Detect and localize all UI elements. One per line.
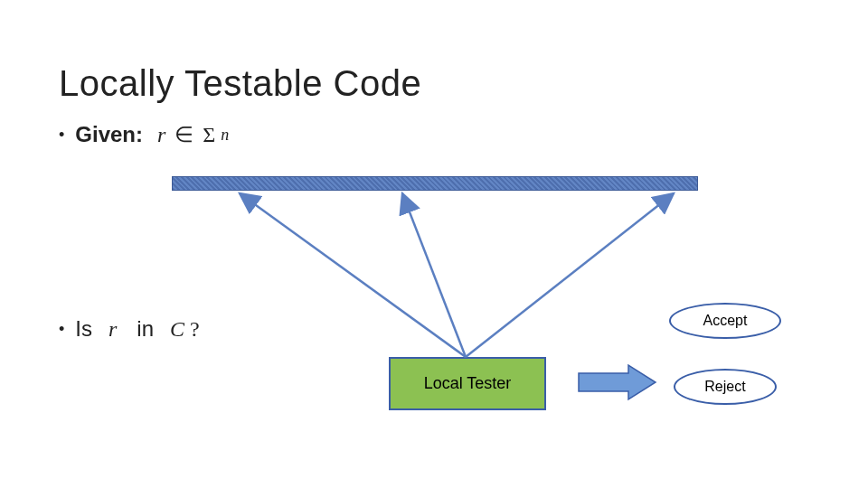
question-line: • Is r in C?	[59, 316, 200, 342]
accept-ellipse: Accept	[669, 303, 781, 339]
given-r: r	[157, 123, 165, 147]
query-arrow-3	[466, 193, 674, 357]
question-prefix: Is	[75, 316, 92, 342]
query-arrow-2	[402, 193, 466, 357]
given-sup: n	[221, 126, 229, 145]
accept-label: Accept	[703, 313, 748, 329]
given-label: Given:	[75, 122, 143, 147]
given-sigma: Σ	[203, 123, 215, 147]
question-q: ?	[190, 317, 200, 342]
local-tester-box: Local Tester	[389, 357, 546, 410]
question-C: C	[170, 317, 184, 342]
output-arrow-icon	[579, 365, 656, 399]
bullet-icon: •	[59, 321, 64, 337]
question-r: r	[108, 317, 117, 342]
question-mid: in	[137, 316, 154, 342]
given-in: ∈	[175, 122, 193, 147]
query-arrow-1	[240, 193, 466, 357]
input-tape	[172, 176, 698, 191]
local-tester-label: Local Tester	[424, 374, 512, 393]
bullet-icon: •	[59, 127, 64, 143]
reject-ellipse: Reject	[674, 369, 777, 405]
reject-label: Reject	[704, 379, 745, 395]
slide-title: Locally Testable Code	[59, 63, 421, 104]
given-line: • Given: r ∈ Σn	[59, 122, 229, 147]
slide: Locally Testable Code • Given: r ∈ Σn • …	[0, 0, 868, 488]
